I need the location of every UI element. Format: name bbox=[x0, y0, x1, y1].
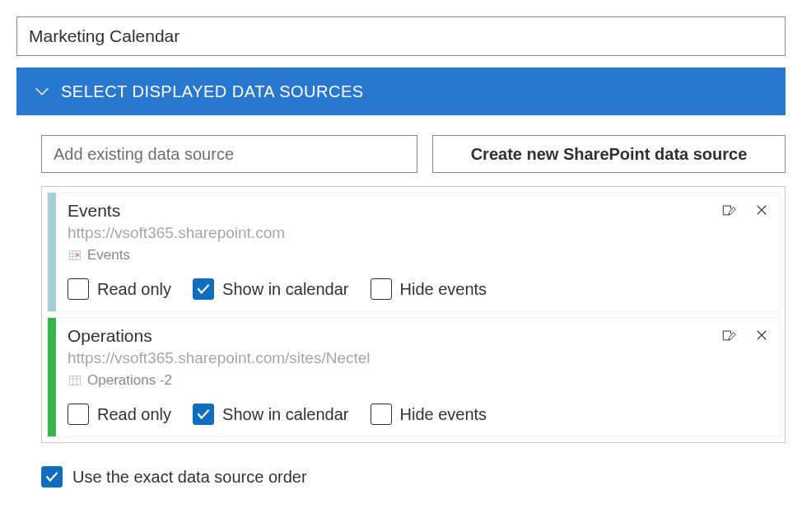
data-source-url: https://vsoft365.sharepoint.com bbox=[68, 224, 767, 242]
add-data-source-input[interactable] bbox=[41, 135, 417, 173]
remove-data-source-button[interactable] bbox=[753, 326, 771, 344]
svg-rect-7 bbox=[77, 254, 79, 256]
read-only-checkbox-label: Read only bbox=[97, 405, 171, 424]
read-only-checkbox[interactable] bbox=[68, 278, 89, 300]
calendar-title-input[interactable] bbox=[16, 16, 786, 56]
data-source-name: Events bbox=[68, 201, 767, 221]
hide-events-checkbox[interactable] bbox=[371, 404, 392, 425]
use-exact-order-label: Use the exact data source order bbox=[72, 468, 307, 487]
data-source-url: https://vsoft365.sharepoint.com/sites/Ne… bbox=[68, 349, 767, 367]
remove-data-source-button[interactable] bbox=[753, 201, 771, 219]
hide-events-checkbox-label: Hide events bbox=[400, 280, 487, 299]
hide-events-checkbox[interactable] bbox=[371, 278, 392, 300]
hide-events-checkbox-label: Hide events bbox=[400, 405, 487, 424]
section-header-label: SELECT DISPLAYED DATA SOURCES bbox=[61, 82, 364, 101]
chevron-down-icon bbox=[33, 82, 51, 100]
data-source-color-bar bbox=[48, 318, 56, 436]
read-only-checkbox-label: Read only bbox=[97, 280, 171, 299]
create-sharepoint-source-button[interactable]: Create new SharePoint data source bbox=[432, 135, 786, 173]
show-in-calendar-checkbox-label: Show in calendar bbox=[222, 405, 348, 424]
data-source-sub-name: Operations -2 bbox=[87, 372, 172, 389]
calendar-icon bbox=[68, 249, 82, 262]
svg-rect-10 bbox=[69, 376, 80, 385]
show-in-calendar-checkbox[interactable] bbox=[193, 404, 214, 425]
data-source-name: Operations bbox=[68, 326, 767, 346]
edit-data-source-button[interactable] bbox=[720, 326, 738, 344]
use-exact-order-checkbox[interactable] bbox=[41, 466, 63, 488]
data-sources-panel: Create new SharePoint data source Events… bbox=[16, 115, 786, 443]
data-source-card: Operationshttps://vsoft365.sharepoint.co… bbox=[47, 317, 780, 437]
edit-data-source-button[interactable] bbox=[720, 201, 738, 219]
data-source-sub-name: Events bbox=[87, 247, 130, 264]
read-only-checkbox[interactable] bbox=[68, 404, 89, 425]
data-source-card: Eventshttps://vsoft365.sharepoint.comEve… bbox=[47, 192, 780, 312]
show-in-calendar-checkbox[interactable] bbox=[193, 278, 214, 300]
show-in-calendar-checkbox-label: Show in calendar bbox=[222, 280, 348, 299]
data-source-color-bar bbox=[48, 193, 56, 311]
data-source-list: Eventshttps://vsoft365.sharepoint.comEve… bbox=[41, 186, 786, 443]
data-sources-section-header[interactable]: SELECT DISPLAYED DATA SOURCES bbox=[16, 68, 786, 115]
list-icon bbox=[68, 374, 82, 387]
